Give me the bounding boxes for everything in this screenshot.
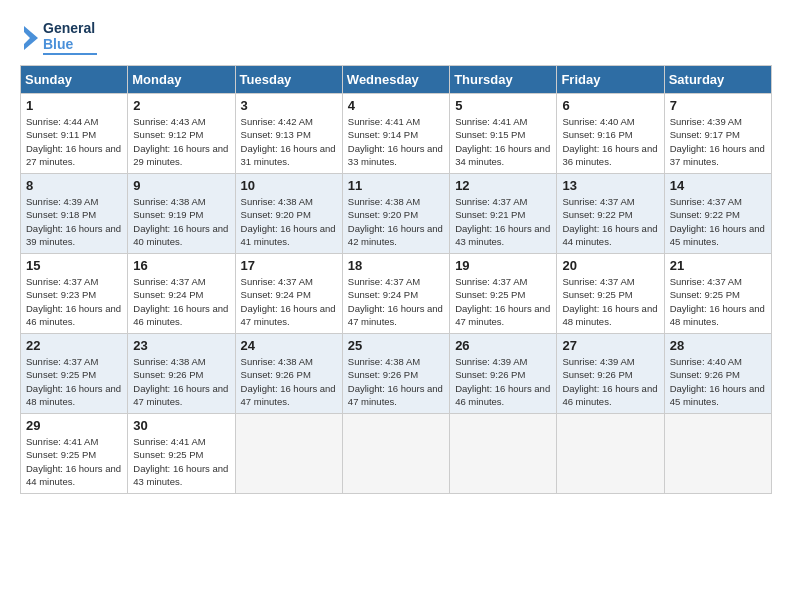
daylight-text: Daylight: 16 hours and 36 minutes. <box>562 142 658 169</box>
sunrise-text: Sunrise: 4:38 AM <box>348 195 444 208</box>
sunrise-text: Sunrise: 4:37 AM <box>455 195 551 208</box>
daylight-text: Daylight: 16 hours and 41 minutes. <box>241 222 337 249</box>
day-info: Sunrise: 4:39 AM Sunset: 9:18 PM Dayligh… <box>26 195 122 248</box>
day-number: 17 <box>241 258 337 273</box>
sunrise-text: Sunrise: 4:37 AM <box>562 195 658 208</box>
day-info: Sunrise: 4:39 AM Sunset: 9:17 PM Dayligh… <box>670 115 766 168</box>
sunset-text: Sunset: 9:26 PM <box>670 368 766 381</box>
daylight-text: Daylight: 16 hours and 48 minutes. <box>562 302 658 329</box>
daylight-text: Daylight: 16 hours and 37 minutes. <box>670 142 766 169</box>
day-number: 30 <box>133 418 229 433</box>
day-info: Sunrise: 4:40 AM Sunset: 9:26 PM Dayligh… <box>670 355 766 408</box>
daylight-text: Daylight: 16 hours and 43 minutes. <box>455 222 551 249</box>
day-info: Sunrise: 4:37 AM Sunset: 9:24 PM Dayligh… <box>241 275 337 328</box>
sunrise-text: Sunrise: 4:38 AM <box>348 355 444 368</box>
table-row: 12 Sunrise: 4:37 AM Sunset: 9:21 PM Dayl… <box>450 174 557 254</box>
sunrise-text: Sunrise: 4:38 AM <box>241 195 337 208</box>
sunrise-text: Sunrise: 4:40 AM <box>670 355 766 368</box>
day-info: Sunrise: 4:37 AM Sunset: 9:22 PM Dayligh… <box>562 195 658 248</box>
day-info: Sunrise: 4:39 AM Sunset: 9:26 PM Dayligh… <box>455 355 551 408</box>
sunrise-text: Sunrise: 4:37 AM <box>670 275 766 288</box>
sunrise-text: Sunrise: 4:37 AM <box>133 275 229 288</box>
table-row: 25 Sunrise: 4:38 AM Sunset: 9:26 PM Dayl… <box>342 334 449 414</box>
table-row: 11 Sunrise: 4:38 AM Sunset: 9:20 PM Dayl… <box>342 174 449 254</box>
daylight-text: Daylight: 16 hours and 34 minutes. <box>455 142 551 169</box>
table-row: 15 Sunrise: 4:37 AM Sunset: 9:23 PM Dayl… <box>21 254 128 334</box>
table-row: 7 Sunrise: 4:39 AM Sunset: 9:17 PM Dayli… <box>664 94 771 174</box>
sunset-text: Sunset: 9:21 PM <box>455 208 551 221</box>
day-number: 1 <box>26 98 122 113</box>
day-number: 22 <box>26 338 122 353</box>
day-info: Sunrise: 4:37 AM Sunset: 9:22 PM Dayligh… <box>670 195 766 248</box>
table-row: 2 Sunrise: 4:43 AM Sunset: 9:12 PM Dayli… <box>128 94 235 174</box>
sunset-text: Sunset: 9:17 PM <box>670 128 766 141</box>
day-info: Sunrise: 4:41 AM Sunset: 9:25 PM Dayligh… <box>133 435 229 488</box>
table-row: 22 Sunrise: 4:37 AM Sunset: 9:25 PM Dayl… <box>21 334 128 414</box>
col-wednesday: Wednesday <box>342 66 449 94</box>
sunset-text: Sunset: 9:22 PM <box>670 208 766 221</box>
day-info: Sunrise: 4:37 AM Sunset: 9:25 PM Dayligh… <box>26 355 122 408</box>
sunset-text: Sunset: 9:19 PM <box>133 208 229 221</box>
daylight-text: Daylight: 16 hours and 46 minutes. <box>133 302 229 329</box>
daylight-text: Daylight: 16 hours and 46 minutes. <box>26 302 122 329</box>
day-number: 7 <box>670 98 766 113</box>
sunrise-text: Sunrise: 4:39 AM <box>670 115 766 128</box>
sunrise-text: Sunrise: 4:37 AM <box>26 355 122 368</box>
table-row: 18 Sunrise: 4:37 AM Sunset: 9:24 PM Dayl… <box>342 254 449 334</box>
calendar-table: Sunday Monday Tuesday Wednesday Thursday… <box>20 65 772 494</box>
logo-arrow-icon <box>20 24 40 52</box>
day-info: Sunrise: 4:37 AM Sunset: 9:24 PM Dayligh… <box>133 275 229 328</box>
sunset-text: Sunset: 9:20 PM <box>348 208 444 221</box>
daylight-text: Daylight: 16 hours and 29 minutes. <box>133 142 229 169</box>
col-saturday: Saturday <box>664 66 771 94</box>
daylight-text: Daylight: 16 hours and 48 minutes. <box>26 382 122 409</box>
daylight-text: Daylight: 16 hours and 45 minutes. <box>670 382 766 409</box>
day-info: Sunrise: 4:37 AM Sunset: 9:25 PM Dayligh… <box>455 275 551 328</box>
day-info: Sunrise: 4:38 AM Sunset: 9:20 PM Dayligh… <box>241 195 337 248</box>
sunrise-text: Sunrise: 4:37 AM <box>455 275 551 288</box>
logo-underline <box>43 53 97 55</box>
table-row: 21 Sunrise: 4:37 AM Sunset: 9:25 PM Dayl… <box>664 254 771 334</box>
sunset-text: Sunset: 9:25 PM <box>562 288 658 301</box>
daylight-text: Daylight: 16 hours and 42 minutes. <box>348 222 444 249</box>
table-row: 13 Sunrise: 4:37 AM Sunset: 9:22 PM Dayl… <box>557 174 664 254</box>
table-row: 20 Sunrise: 4:37 AM Sunset: 9:25 PM Dayl… <box>557 254 664 334</box>
sunset-text: Sunset: 9:20 PM <box>241 208 337 221</box>
day-number: 27 <box>562 338 658 353</box>
sunset-text: Sunset: 9:26 PM <box>455 368 551 381</box>
table-row <box>235 414 342 494</box>
table-row: 14 Sunrise: 4:37 AM Sunset: 9:22 PM Dayl… <box>664 174 771 254</box>
day-info: Sunrise: 4:37 AM Sunset: 9:23 PM Dayligh… <box>26 275 122 328</box>
table-row: 30 Sunrise: 4:41 AM Sunset: 9:25 PM Dayl… <box>128 414 235 494</box>
day-info: Sunrise: 4:38 AM Sunset: 9:26 PM Dayligh… <box>348 355 444 408</box>
day-info: Sunrise: 4:37 AM Sunset: 9:25 PM Dayligh… <box>562 275 658 328</box>
day-number: 18 <box>348 258 444 273</box>
sunrise-text: Sunrise: 4:39 AM <box>26 195 122 208</box>
sunset-text: Sunset: 9:25 PM <box>26 448 122 461</box>
daylight-text: Daylight: 16 hours and 40 minutes. <box>133 222 229 249</box>
table-row: 9 Sunrise: 4:38 AM Sunset: 9:19 PM Dayli… <box>128 174 235 254</box>
calendar-week-5: 29 Sunrise: 4:41 AM Sunset: 9:25 PM Dayl… <box>21 414 772 494</box>
day-info: Sunrise: 4:44 AM Sunset: 9:11 PM Dayligh… <box>26 115 122 168</box>
sunrise-text: Sunrise: 4:41 AM <box>348 115 444 128</box>
daylight-text: Daylight: 16 hours and 27 minutes. <box>26 142 122 169</box>
calendar-week-3: 15 Sunrise: 4:37 AM Sunset: 9:23 PM Dayl… <box>21 254 772 334</box>
day-info: Sunrise: 4:41 AM Sunset: 9:14 PM Dayligh… <box>348 115 444 168</box>
daylight-text: Daylight: 16 hours and 39 minutes. <box>26 222 122 249</box>
day-info: Sunrise: 4:37 AM Sunset: 9:25 PM Dayligh… <box>670 275 766 328</box>
sunrise-text: Sunrise: 4:39 AM <box>455 355 551 368</box>
daylight-text: Daylight: 16 hours and 46 minutes. <box>455 382 551 409</box>
day-number: 23 <box>133 338 229 353</box>
day-number: 4 <box>348 98 444 113</box>
sunset-text: Sunset: 9:26 PM <box>348 368 444 381</box>
sunrise-text: Sunrise: 4:37 AM <box>241 275 337 288</box>
day-info: Sunrise: 4:41 AM Sunset: 9:15 PM Dayligh… <box>455 115 551 168</box>
daylight-text: Daylight: 16 hours and 47 minutes. <box>241 382 337 409</box>
sunset-text: Sunset: 9:24 PM <box>241 288 337 301</box>
page: General Blue Sunday Monday Tuesday Wedne… <box>0 0 792 612</box>
col-sunday: Sunday <box>21 66 128 94</box>
day-info: Sunrise: 4:37 AM Sunset: 9:24 PM Dayligh… <box>348 275 444 328</box>
table-row: 17 Sunrise: 4:37 AM Sunset: 9:24 PM Dayl… <box>235 254 342 334</box>
day-number: 5 <box>455 98 551 113</box>
sunset-text: Sunset: 9:11 PM <box>26 128 122 141</box>
